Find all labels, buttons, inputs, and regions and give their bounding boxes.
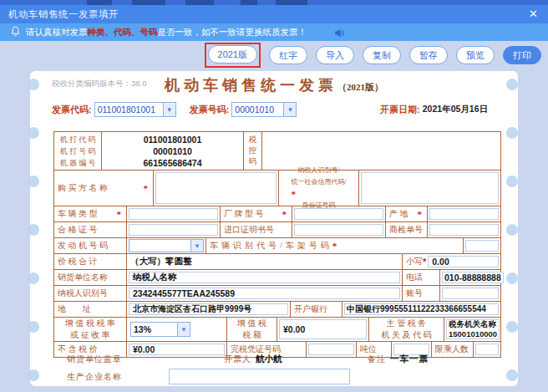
buyer-name-field[interactable] — [155, 172, 277, 204]
notice-highlight: 种类、代码、号码 — [88, 27, 158, 37]
chevron-down-icon[interactable]: ▼ — [163, 103, 175, 116]
tax-control-label: 税控码 — [244, 135, 261, 167]
manufacturer-label: 生产企业名称 — [67, 371, 122, 383]
remark-label: 备注 — [368, 354, 386, 365]
buyer-taxid-field[interactable] — [361, 172, 499, 204]
buyer-name-label: 购 买 方 名 称* — [54, 171, 153, 206]
remark-line: 备注 一车一票 — [368, 353, 429, 366]
tax-office-name: 税务机关名称 — [449, 319, 497, 329]
tax-office-box[interactable]: 税务机关名称 15001010000 — [446, 319, 500, 339]
vat-rate-label: 增 值 税 税 率或 征 收 率 — [54, 318, 126, 341]
preview-button[interactable]: 预览 — [456, 46, 495, 64]
address-cell: 北京市海淀区杏石口路甲9999号 — [126, 302, 290, 317]
tax-cert-field[interactable] — [308, 344, 354, 355]
window-title: 机动车销售统一发票填开 — [8, 8, 119, 21]
chevron-down-icon[interactable]: ▼ — [283, 103, 296, 116]
brand-model-label: 厂 牌 型 号* — [220, 206, 292, 221]
manufacturer-input[interactable] — [169, 369, 350, 384]
cert-no-label: 合 格 证 号 — [54, 222, 126, 237]
import-cert-field[interactable] — [294, 224, 383, 236]
total-small-box[interactable]: 0.00 — [428, 256, 499, 267]
phone-value: 010-88888888 — [443, 272, 503, 283]
decor-dot — [28, 369, 39, 381]
brand-model-field[interactable] — [294, 208, 383, 220]
buyer-name-cell — [153, 171, 278, 206]
tax-control-label-cell: 税控码 — [243, 132, 261, 170]
decor-dot — [28, 224, 39, 236]
drawer-label: 开票人 — [224, 354, 251, 365]
vat-amount-value: ¥0.00 — [280, 324, 308, 334]
machine-number-value: 00001010 — [153, 145, 192, 157]
account-field[interactable] — [442, 288, 499, 299]
account-cell — [439, 286, 500, 301]
vehicle-type-label: 车 辆 类 型* — [54, 206, 126, 221]
cert-no-field[interactable] — [129, 224, 218, 236]
net-price-box[interactable]: ¥0.00 — [129, 344, 225, 355]
seller-stamp-label: 销货单位盖章 — [67, 353, 122, 366]
seller-taxid-label: 纳税人识别号 — [54, 286, 126, 301]
invoice-number-select[interactable]: 00001010 ▼ — [231, 102, 297, 117]
decor-dot — [506, 176, 518, 187]
vehicle-type-field[interactable] — [129, 208, 218, 220]
vat-amount-box[interactable]: ¥0.00 — [279, 319, 367, 339]
machine-code-value: 011001801001 — [144, 134, 202, 145]
manufacturer-line: 生产企业名称 — [67, 370, 401, 384]
save-draft-button[interactable]: 暂存 — [409, 46, 448, 64]
print-button[interactable]: 打印 — [503, 46, 541, 64]
decor-dot — [28, 127, 39, 139]
passengers-label: 限乘人数 — [431, 342, 473, 357]
address-box[interactable]: 北京市海淀区杏石口路甲9999号 — [129, 303, 288, 315]
decor-dot — [506, 369, 518, 381]
speaker-icon[interactable] — [334, 27, 345, 42]
close-icon[interactable]: ✕ — [529, 8, 538, 21]
invoice-window: 机动车销售统一发票填开 ✕ 请认真核对发票种类、代码、号码是否一致，如不一致请更… — [0, 0, 548, 392]
seller-name-cell: 纳税人名称 — [126, 270, 402, 285]
required-asterisk: * — [144, 183, 150, 193]
inspection-no-field[interactable] — [429, 224, 499, 236]
phone-box[interactable]: 010-88888888 — [442, 272, 504, 283]
origin-field[interactable] — [429, 208, 499, 220]
toolbar: 2021版 红字 导入 复制 暂存 预览 打印 — [0, 43, 541, 68]
decor-dot — [28, 79, 39, 90]
decor-dot — [506, 127, 518, 139]
engine-no-label: 发 动 机 号 码 — [54, 238, 126, 253]
invoice-code-select[interactable]: 011001801001 ▼ — [94, 102, 176, 117]
vat-rate-value: 13% — [131, 324, 177, 334]
chevron-down-icon[interactable]: ▼ — [177, 323, 190, 336]
required-asterisk: * — [332, 241, 341, 251]
notice-bar: 请认真核对发票种类、代码、号码是否一致，如不一致请更换纸质发票！ — [0, 23, 548, 41]
decor-dot — [506, 224, 518, 236]
copy-button[interactable]: 复制 — [363, 46, 401, 64]
version-2021-button[interactable]: 2021版 — [208, 45, 257, 64]
tax-cert-cell — [306, 342, 356, 357]
remark-value: 一车一票 — [390, 354, 429, 365]
required-asterisk: * — [117, 209, 124, 219]
seller-taxid-box[interactable]: 2342445577TEAA245589 — [129, 288, 400, 299]
seller-name-box[interactable]: 纳税人名称 — [129, 272, 400, 283]
seller-taxid-cell: 2342445577TEAA245589 — [126, 286, 402, 301]
bank-box[interactable]: 中国银行99955511122233366655544 — [344, 303, 499, 315]
address-label: 地 址 — [54, 302, 126, 317]
invoice-number-value: 00001010 — [232, 104, 283, 115]
passengers-field[interactable] — [475, 344, 499, 355]
issue-date-label: 开票日期: — [380, 104, 420, 116]
invoice-title: 机动车销售统一发票（2021版） — [30, 75, 518, 95]
vin-field[interactable] — [465, 240, 499, 252]
chevron-down-icon[interactable]: ▼ — [190, 240, 203, 252]
notice-suffix: 是否一致，如不一致请更换纸质发票！ — [158, 27, 307, 37]
tax-office-cell: 税务机关名称 15001010000 — [444, 318, 500, 341]
import-button[interactable]: 导入 — [316, 46, 354, 64]
invoice-title-text: 机动车销售统一发票 — [165, 77, 337, 94]
account-label: 账号 — [402, 286, 439, 301]
engine-no-select[interactable]: ▼ — [129, 239, 204, 252]
address-value: 北京市海淀区杏石口路甲9999号 — [129, 303, 255, 315]
red-invoice-button[interactable]: 红字 — [269, 46, 307, 64]
invoice-code-row: 发票代码: 011001801001 ▼ 发票号码: 00001010 ▼ 开票… — [52, 102, 503, 117]
seller-name-label: 销货单位名称 — [54, 270, 126, 285]
inspection-no-cell — [427, 222, 500, 237]
vat-amount-cell: ¥0.00 — [277, 318, 368, 341]
required-asterisk: * — [282, 209, 289, 219]
required-asterisk: * — [418, 209, 424, 219]
origin-cell — [427, 206, 500, 221]
vat-rate-select[interactable]: 13% ▼ — [130, 322, 190, 337]
